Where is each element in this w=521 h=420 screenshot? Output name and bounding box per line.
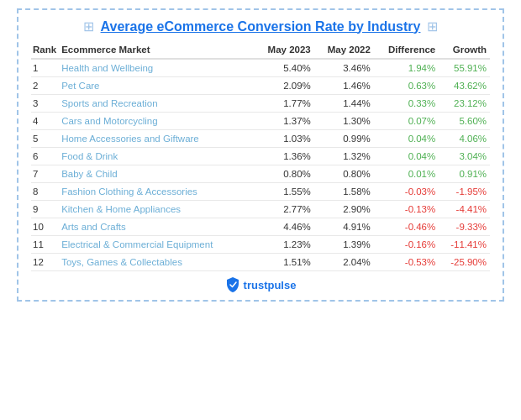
table-row: 8 Fashion Clothing & Accessories 1.55% 1… (31, 183, 490, 201)
cell-growth: 23.12% (439, 95, 490, 113)
cell-diff: -0.03% (374, 183, 439, 201)
cell-may2022: 1.46% (314, 77, 374, 95)
data-table: Rank Ecommerce Market May 2023 May 2022 … (31, 41, 490, 271)
cell-rank: 1 (31, 59, 60, 77)
cell-diff: 0.01% (374, 165, 439, 183)
cell-diff: 0.04% (374, 148, 439, 165)
cell-rank: 9 (31, 201, 60, 218)
table-row: 3 Sports and Recreation 1.77% 1.44% 0.33… (31, 95, 490, 113)
table-row: 9 Kitchen & Home Appliances 2.77% 2.90% … (31, 201, 490, 218)
cell-diff: 0.07% (374, 113, 439, 130)
col-market: Ecommerce Market (60, 41, 255, 59)
svg-rect-3 (503, 8, 504, 13)
corner-tl-icon (17, 8, 29, 20)
col-rank: Rank (31, 41, 60, 59)
cell-may2023: 5.40% (255, 59, 314, 77)
cell-growth: 0.91% (439, 165, 490, 183)
brand-name: trustpulse (244, 279, 297, 291)
table-row: 6 Food & Drink 1.36% 1.32% 0.04% 3.04% (31, 148, 490, 165)
cell-market: Food & Drink (60, 148, 255, 165)
cell-may2023: 4.46% (255, 218, 314, 236)
cell-may2022: 3.46% (314, 59, 374, 77)
cell-rank: 11 (31, 236, 60, 254)
table-row: 1 Health and Wellbeing 5.40% 3.46% 1.94%… (31, 59, 490, 77)
cell-rank: 12 (31, 254, 60, 271)
corner-br-icon (492, 290, 504, 302)
cell-rank: 8 (31, 183, 60, 201)
table-header-row: Rank Ecommerce Market May 2023 May 2022 … (31, 41, 490, 59)
cell-may2022: 4.91% (314, 218, 374, 236)
cell-diff: 0.63% (374, 77, 439, 95)
cell-rank: 7 (31, 165, 60, 183)
corner-tr-icon (492, 8, 504, 20)
cell-growth: 55.91% (439, 59, 490, 77)
cell-may2023: 1.03% (255, 130, 314, 148)
cell-market: Cars and Motorcycling (60, 113, 255, 130)
table-row: 4 Cars and Motorcycling 1.37% 1.30% 0.07… (31, 113, 490, 130)
cell-may2022: 1.58% (314, 183, 374, 201)
cell-growth: -4.41% (439, 201, 490, 218)
cell-market: Fashion Clothing & Accessories (60, 183, 255, 201)
cell-may2022: 0.99% (314, 130, 374, 148)
cell-may2023: 1.37% (255, 113, 314, 130)
cell-diff: -0.46% (374, 218, 439, 236)
table-row: 2 Pet Care 2.09% 1.46% 0.63% 43.62% (31, 77, 490, 95)
cell-may2022: 1.44% (314, 95, 374, 113)
cell-rank: 3 (31, 95, 60, 113)
cell-market: Baby & Child (60, 165, 255, 183)
table-row: 12 Toys, Games & Collectables 1.51% 2.04… (31, 254, 490, 271)
cell-market: Sports and Recreation (60, 95, 255, 113)
cell-diff: 1.94% (374, 59, 439, 77)
cell-rank: 6 (31, 148, 60, 165)
svg-rect-1 (17, 8, 18, 13)
footer: trustpulse (31, 276, 490, 293)
cell-may2023: 1.77% (255, 95, 314, 113)
cell-diff: -0.53% (374, 254, 439, 271)
table-row: 5 Home Accessories and Giftware 1.03% 0.… (31, 130, 490, 148)
cell-market: Arts and Crafts (60, 218, 255, 236)
col-growth: Growth (439, 41, 490, 59)
cell-rank: 2 (31, 77, 60, 95)
cell-may2023: 0.80% (255, 165, 314, 183)
cell-may2023: 2.77% (255, 201, 314, 218)
cell-may2022: 1.39% (314, 236, 374, 254)
title-left-icon: ⊞ (83, 18, 94, 34)
cell-growth: 3.04% (439, 148, 490, 165)
col-difference: Difference (374, 41, 439, 59)
cell-may2022: 1.32% (314, 148, 374, 165)
cell-may2023: 2.09% (255, 77, 314, 95)
title-right-icon: ⊞ (427, 18, 438, 34)
cell-market: Health and Wellbeing (60, 59, 255, 77)
main-container: ⊞ Average eCommerce Conversion Rate by I… (17, 8, 504, 302)
shield-icon (225, 276, 240, 293)
cell-market: Electrical & Commercial Equipment (60, 236, 255, 254)
title-row: ⊞ Average eCommerce Conversion Rate by I… (31, 18, 490, 34)
svg-rect-7 (503, 297, 504, 302)
cell-market: Pet Care (60, 77, 255, 95)
cell-may2022: 1.30% (314, 113, 374, 130)
cell-may2022: 2.90% (314, 201, 374, 218)
cell-diff: -0.13% (374, 201, 439, 218)
cell-rank: 10 (31, 218, 60, 236)
cell-growth: 5.60% (439, 113, 490, 130)
cell-diff: 0.33% (374, 95, 439, 113)
cell-market: Toys, Games & Collectables (60, 254, 255, 271)
cell-rank: 4 (31, 113, 60, 130)
trustpulse-logo: trustpulse (225, 276, 297, 293)
cell-growth: -25.90% (439, 254, 490, 271)
cell-may2022: 2.04% (314, 254, 374, 271)
cell-diff: -0.16% (374, 236, 439, 254)
svg-rect-5 (17, 297, 18, 302)
cell-growth: 4.06% (439, 130, 490, 148)
col-may2022: May 2022 (314, 41, 374, 59)
cell-market: Kitchen & Home Appliances (60, 201, 255, 218)
cell-growth: -9.33% (439, 218, 490, 236)
cell-may2023: 1.55% (255, 183, 314, 201)
cell-market: Home Accessories and Giftware (60, 130, 255, 148)
table-row: 10 Arts and Crafts 4.46% 4.91% -0.46% -9… (31, 218, 490, 236)
cell-growth: -1.95% (439, 183, 490, 201)
cell-may2022: 0.80% (314, 165, 374, 183)
corner-bl-icon (17, 290, 29, 302)
cell-growth: 43.62% (439, 77, 490, 95)
cell-rank: 5 (31, 130, 60, 148)
